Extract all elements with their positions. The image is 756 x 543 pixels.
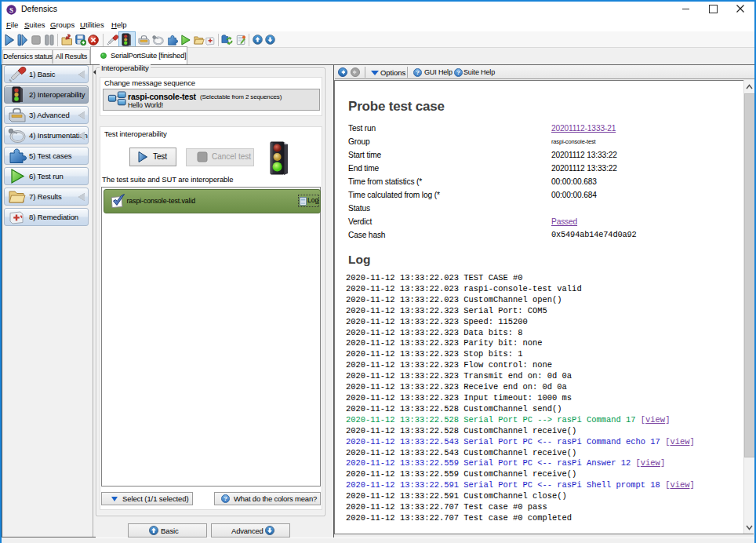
- svg-text:S: S: [9, 6, 13, 14]
- svg-text:?: ?: [416, 69, 420, 76]
- svg-text:?: ?: [456, 69, 460, 76]
- svg-text:?: ?: [224, 495, 227, 502]
